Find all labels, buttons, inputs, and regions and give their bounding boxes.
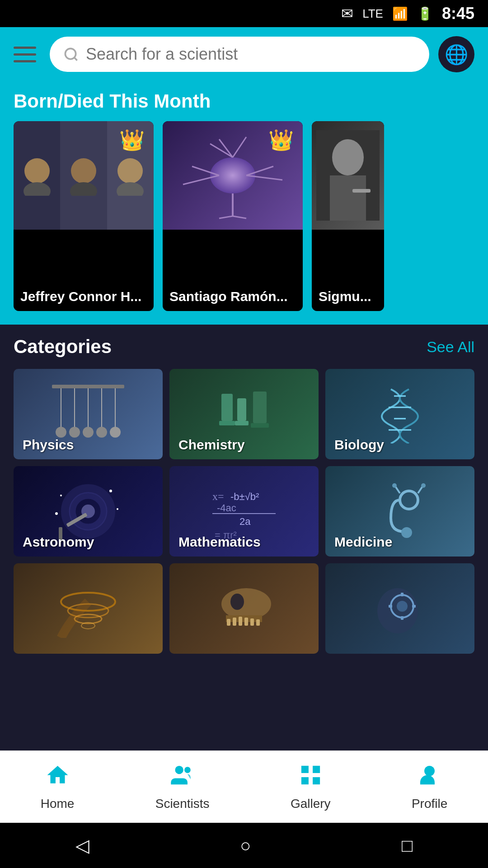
face-svg-3 [114, 155, 146, 196]
svg-text:-b±√b²: -b±√b² [230, 491, 259, 502]
nav-profile[interactable]: Profile [398, 758, 461, 816]
scientist-photo-1a [14, 121, 60, 230]
android-nav: ◁ ○ □ [0, 823, 488, 868]
svg-rect-36 [237, 398, 246, 421]
svg-line-9 [219, 139, 233, 157]
nav-scientists-label: Scientists [155, 797, 210, 811]
lte-indicator: LTE [362, 7, 383, 21]
svg-point-31 [83, 427, 94, 438]
svg-point-85 [175, 766, 183, 774]
face-svg-2 [68, 155, 99, 196]
svg-point-52 [55, 512, 58, 515]
svg-point-59 [400, 491, 418, 509]
category-biology[interactable]: Biology [325, 369, 474, 459]
svg-text:x=: x= [212, 491, 224, 502]
svg-rect-38 [253, 392, 267, 423]
category-chemistry[interactable]: Chemistry [169, 369, 319, 459]
svg-text:2a: 2a [239, 516, 251, 527]
crown-icon-2: 👑 [268, 128, 294, 152]
svg-rect-84 [412, 605, 416, 608]
category-astronomy[interactable]: Astronomy [14, 466, 163, 557]
card-bg-3: Sigmu... [312, 121, 384, 311]
svg-point-50 [60, 495, 62, 496]
svg-point-69 [221, 588, 271, 620]
brain-visual [364, 579, 436, 638]
category-physics[interactable]: Physics [14, 369, 163, 459]
biology-label: Biology [334, 437, 384, 453]
card-bg-1: 👑 Jeffrey Connor H... [14, 121, 154, 311]
physics-label: Physics [23, 437, 74, 453]
mathematics-bg: x= -b±√b² -4ac 2a = πr² Mathematics [169, 466, 319, 557]
globe-icon: 🌐 [445, 43, 468, 66]
see-all-link[interactable]: See All [427, 338, 474, 356]
svg-rect-73 [233, 618, 236, 626]
nav-gallery-label: Gallery [291, 797, 331, 811]
third-card-image [312, 121, 384, 230]
born-died-title: Born/Died This Month [14, 90, 474, 112]
categories-header: Categories See All [14, 336, 474, 358]
svg-line-18 [233, 216, 246, 218]
category-weather[interactable] [14, 563, 163, 654]
profile-icon [417, 763, 442, 793]
scientist-card-1[interactable]: 👑 Jeffrey Connor H... [14, 121, 154, 311]
svg-rect-23 [52, 385, 124, 388]
category-psychology[interactable] [325, 563, 474, 654]
mathematics-label: Mathematics [178, 534, 261, 550]
svg-point-7 [117, 182, 144, 196]
svg-line-62 [418, 486, 422, 493]
svg-rect-81 [401, 593, 404, 596]
globe-button[interactable]: 🌐 [438, 36, 474, 72]
svg-line-10 [233, 137, 246, 157]
back-button[interactable]: ◁ [75, 835, 89, 856]
physics-visual [52, 385, 124, 443]
recent-button[interactable]: □ [402, 835, 413, 856]
svg-rect-76 [250, 618, 254, 626]
svg-point-64 [421, 483, 426, 488]
svg-point-70 [230, 594, 244, 610]
chemistry-label: Chemistry [178, 437, 245, 453]
svg-rect-37 [235, 421, 249, 425]
nav-home[interactable]: Home [27, 758, 88, 816]
svg-rect-75 [244, 618, 248, 626]
svg-point-2 [24, 158, 50, 184]
menu-line-2 [14, 53, 36, 56]
category-paleontology[interactable] [169, 563, 319, 654]
weather-visual [52, 579, 124, 638]
nav-scientists[interactable]: Scientists [142, 758, 223, 816]
svg-point-30 [69, 427, 80, 438]
svg-rect-82 [401, 616, 404, 620]
categories-section: Categories See All [0, 325, 488, 823]
menu-line-3 [14, 60, 36, 62]
categories-grid: Physics Chemistry [14, 369, 474, 654]
status-time: 8:45 [442, 4, 474, 23]
svg-line-1 [74, 57, 77, 60]
svg-rect-87 [301, 766, 309, 773]
scientist-name-1: Jeffrey Connor H... [14, 282, 154, 311]
paleontology-bg [169, 563, 319, 654]
svg-rect-22 [352, 189, 371, 193]
svg-rect-39 [251, 423, 269, 428]
scientist-card-3[interactable]: Sigmu... [312, 121, 384, 311]
svg-point-33 [110, 427, 121, 438]
main-content: 🌐 Born/Died This Month [0, 27, 488, 823]
home-button[interactable]: ○ [240, 835, 251, 856]
scientist-card-2[interactable]: 👑 Santiago Ramón... [163, 121, 303, 311]
nav-gallery[interactable]: Gallery [277, 758, 344, 816]
svg-line-11 [210, 144, 233, 157]
svg-point-32 [96, 427, 107, 438]
menu-button[interactable] [14, 41, 41, 68]
search-input[interactable] [86, 45, 416, 64]
svg-rect-34 [221, 394, 233, 421]
email-icon: ✉ [341, 5, 353, 22]
scientist-name-3: Sigmu... [312, 282, 384, 311]
category-mathematics[interactable]: x= -b±√b² -4ac 2a = πr² Mathematics [169, 466, 319, 557]
svg-point-4 [71, 158, 96, 184]
category-medicine[interactable]: Medicine [325, 466, 474, 557]
search-bar[interactable] [50, 37, 429, 72]
header: 🌐 [0, 27, 488, 81]
nav-home-label: Home [41, 797, 75, 811]
svg-rect-83 [389, 605, 392, 608]
astronomy-visual [52, 482, 124, 541]
svg-line-17 [219, 216, 233, 218]
nav-profile-label: Profile [412, 797, 447, 811]
